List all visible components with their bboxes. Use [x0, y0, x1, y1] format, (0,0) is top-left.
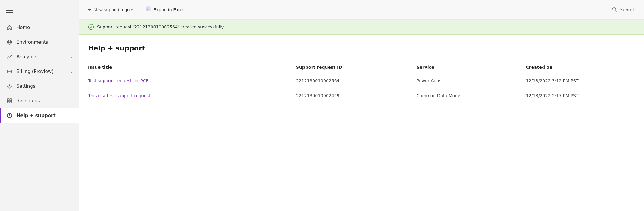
- main-content: + New support request X Export to Excel …: [79, 0, 644, 211]
- col-header-issue-title: Issue title: [88, 62, 296, 73]
- sidebar-item-settings[interactable]: Settings: [0, 79, 79, 94]
- page-title: Help + support: [88, 44, 635, 52]
- svg-text:X: X: [147, 8, 148, 11]
- search-label: Search: [620, 7, 635, 13]
- analytics-icon: [6, 54, 13, 60]
- col-header-service: Service: [416, 62, 526, 73]
- export-to-excel-label: Export to Excel: [153, 7, 184, 12]
- sidebar-item-analytics[interactable]: Analytics ⌄: [0, 50, 79, 64]
- excel-icon: X: [145, 6, 151, 13]
- row-2-issue-title[interactable]: This is a test support request: [88, 88, 296, 103]
- export-to-excel-button[interactable]: X Export to Excel: [145, 5, 184, 14]
- svg-rect-9: [7, 101, 9, 103]
- success-icon: [88, 24, 94, 30]
- table-body: Test support request for PCF 22121300100…: [88, 73, 635, 103]
- resources-icon: [6, 98, 13, 104]
- search-button[interactable]: Search: [612, 6, 635, 13]
- search-icon: [612, 6, 617, 13]
- sidebar-item-help-support[interactable]: Help + support: [0, 108, 79, 123]
- resources-chevron-icon: ⌄: [70, 99, 73, 103]
- table-row: Test support request for PCF 22121300100…: [88, 73, 635, 88]
- svg-point-12: [9, 117, 10, 117]
- sidebar-item-analytics-label: Analytics: [16, 54, 70, 60]
- sidebar-item-resources-label: Resources: [16, 98, 70, 104]
- svg-point-17: [89, 24, 94, 30]
- sidebar-item-billing-label: Billing (Preview): [16, 69, 70, 74]
- page-content: Help + support Issue title Support reque…: [79, 35, 644, 211]
- svg-point-6: [9, 86, 10, 87]
- settings-icon: [6, 83, 13, 90]
- svg-rect-5: [8, 72, 9, 72]
- toolbar: + New support request X Export to Excel …: [79, 0, 644, 20]
- sidebar-item-environments[interactable]: Environments: [0, 35, 79, 50]
- success-banner: Support request '2212130010002564' creat…: [79, 20, 644, 35]
- svg-rect-7: [7, 99, 9, 101]
- sidebar-item-settings-label: Settings: [16, 83, 73, 89]
- col-header-support-request-id: Support request ID: [296, 62, 416, 73]
- sidebar-item-help-support-label: Help + support: [16, 113, 73, 118]
- row-2-support-request-id: 2212130010002429: [296, 88, 416, 103]
- sidebar-item-resources[interactable]: Resources ⌄: [0, 94, 79, 108]
- table-header: Issue title Support request ID Service C…: [88, 62, 635, 73]
- sidebar-nav: Home Environments Analytics ⌄: [0, 20, 79, 211]
- help-icon: [6, 112, 13, 119]
- svg-line-16: [615, 10, 617, 11]
- svg-rect-10: [10, 101, 12, 103]
- svg-rect-3: [7, 70, 12, 73]
- analytics-chevron-icon: ⌄: [70, 55, 73, 59]
- new-support-request-label: New support request: [93, 7, 136, 12]
- row-2-service: Common Data Model: [416, 88, 526, 103]
- row-1-issue-title[interactable]: Test support request for PCF: [88, 73, 296, 88]
- svg-rect-8: [10, 99, 12, 101]
- support-table: Issue title Support request ID Service C…: [88, 62, 635, 103]
- hamburger-menu[interactable]: [0, 2, 79, 20]
- row-1-created-on: 12/13/2022 3:12 PM PST: [526, 73, 635, 88]
- row-1-support-request-id: 2212130010002564: [296, 73, 416, 88]
- row-1-service: Power Apps: [416, 73, 526, 88]
- sidebar-item-billing[interactable]: Billing (Preview) ⌄: [0, 64, 79, 79]
- success-message: Support request '2212130010002564' creat…: [97, 24, 225, 29]
- new-support-request-button[interactable]: + New support request: [88, 6, 136, 14]
- sidebar-item-home-label: Home: [16, 25, 73, 30]
- plus-icon: +: [88, 7, 91, 13]
- sidebar: Home Environments Analytics ⌄: [0, 0, 79, 211]
- billing-icon: [6, 68, 13, 75]
- home-icon: [6, 24, 13, 31]
- billing-chevron-icon: ⌄: [70, 69, 73, 74]
- table-row: This is a test support request 221213001…: [88, 88, 635, 103]
- globe-icon: [6, 39, 13, 46]
- sidebar-item-environments-label: Environments: [16, 39, 73, 45]
- row-2-created-on: 12/13/2022 2:17 PM PST: [526, 88, 635, 103]
- sidebar-item-home[interactable]: Home: [0, 20, 79, 35]
- col-header-created-on: Created on: [526, 62, 635, 73]
